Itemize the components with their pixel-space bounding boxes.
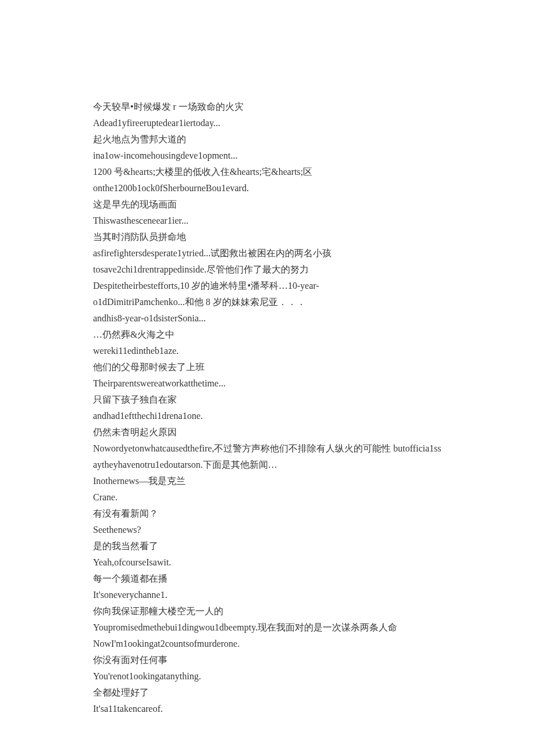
- text-line: Theirparentswereatworkatthetime...: [93, 375, 442, 392]
- text-line: 起火地点为雪邦大道的: [93, 131, 442, 148]
- text-line: 他们的父母那时候去了上班: [93, 359, 442, 375]
- text-line: andhad1eftthechi1drena1one.: [93, 408, 442, 424]
- text-line: o1dDimitriPamchenko...和他 8 岁的妹妹索尼亚．．．: [93, 294, 442, 310]
- text-line: Thiswasthesceneear1ier...: [93, 213, 442, 229]
- text-line: asfirefightersdesperate1ytried...试图救出被困在…: [93, 245, 442, 261]
- text-line: 仍然未杳明起火原因: [93, 424, 442, 440]
- document-page: 今天较早•时候爆发 r 一场致命的火灾Adead1yfireeruptedear…: [0, 0, 535, 756]
- text-line: Nowordyetonwhatcausedthefire,不过警方声称他们不排除…: [93, 440, 442, 473]
- text-line: It'soneverychanne1.: [93, 587, 442, 603]
- text-line: Seethenews?: [93, 522, 442, 538]
- text-line: 你向我保证那幢大楼空无一人的: [93, 603, 442, 619]
- text-line: 只留下孩子独自在家: [93, 392, 442, 408]
- text-line: Youpromisedmethebui1dingwou1dbeempty.现在我…: [93, 619, 442, 636]
- text-line: Adead1yfireeruptedear1iertoday...: [93, 115, 442, 131]
- text-line: 当其时消防队员拼命地: [93, 229, 442, 245]
- text-line: Yeah,ofcourseIsawit.: [93, 554, 442, 571]
- text-line: NowI'm1ookingat2countsofmurderone.: [93, 636, 442, 652]
- text-line: Crane.: [93, 489, 442, 506]
- text-line: 每一个频道都在播: [93, 571, 442, 587]
- text-line: 今天较早•时候爆发 r 一场致命的火灾: [93, 99, 442, 115]
- text-line: 全都处理好了: [93, 685, 442, 701]
- text-line: tosave2chi1drentrappedinside.尽管他们作了最大的努力: [93, 261, 442, 278]
- text-line: 你没有面对任何事: [93, 652, 442, 668]
- text-line: 这是早先的现场画面: [93, 196, 442, 213]
- text-line: It'sa11takencareof.: [93, 701, 442, 717]
- text-line: 是的我当然看了: [93, 538, 442, 554]
- text-line: You'renot1ookingatanything.: [93, 668, 442, 685]
- text-line: 有没有看新闻？: [93, 506, 442, 522]
- text-line: Inothernews―我是克兰: [93, 473, 442, 489]
- text-line: 1200 号&hearts;大楼里的低收入住&hearts;宅&hearts;区: [93, 164, 442, 180]
- text-line: Despitetheirbestefforts,10 岁的迪米特里•潘琴科…10…: [93, 278, 442, 294]
- document-content: 今天较早•时候爆发 r 一场致命的火灾Adead1yfireeruptedear…: [93, 99, 442, 717]
- text-line: wereki11edintheb1aze.: [93, 343, 442, 359]
- text-line: ina1ow-incomehousingdeve1opment...: [93, 148, 442, 164]
- text-line: onthe1200b1ock0fSherbourneBou1evard.: [93, 180, 442, 196]
- text-line: andhis8-year-o1dsisterSonia...: [93, 310, 442, 327]
- text-line: …仍然葬&火海之中: [93, 327, 442, 343]
